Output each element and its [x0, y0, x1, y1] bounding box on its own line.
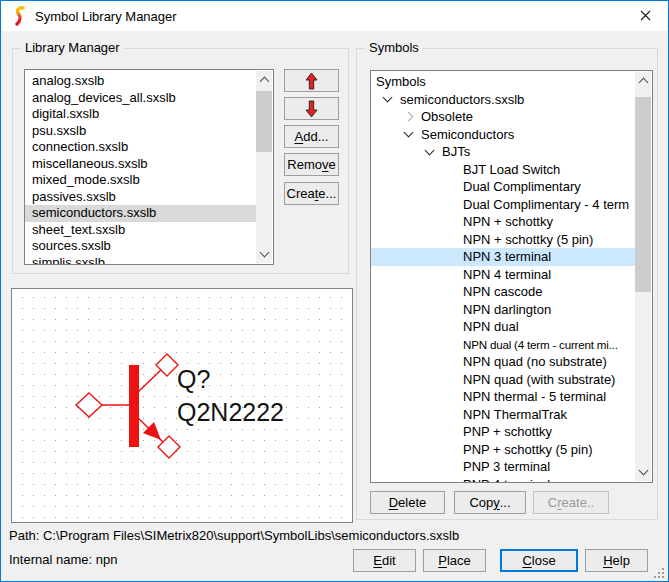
- up-arrow-icon: [305, 72, 318, 90]
- window-title: Symbol Library Manager: [35, 9, 177, 24]
- tree-item[interactable]: NPN 3 terminal: [371, 248, 635, 266]
- tree-item-label: NPN darlington: [463, 302, 551, 317]
- tree-item-label: BJTs: [442, 144, 470, 159]
- chevron-right-icon[interactable]: [400, 111, 421, 123]
- tree-item-label: NPN thermal - 5 terminal: [463, 389, 606, 404]
- library-list-item[interactable]: miscellaneous.sxslb: [25, 156, 256, 173]
- tree-item-label: Dual Complimentary - 4 term: [463, 197, 629, 212]
- internal-name-label: Internal name: npn: [9, 552, 117, 567]
- library-list-item[interactable]: digital.sxslb: [25, 106, 256, 123]
- library-list-item[interactable]: mixed_mode.sxslb: [25, 172, 256, 189]
- place-button[interactable]: Place: [423, 549, 486, 572]
- tree-item[interactable]: NPN quad (no substrate): [371, 353, 635, 371]
- tree-item-label: Obsolete: [421, 109, 473, 124]
- tree-item[interactable]: NPN + schottky: [371, 213, 635, 231]
- tree-item[interactable]: NPN quad (with substrate): [371, 371, 635, 389]
- tree-item-label: NPN dual: [463, 319, 519, 334]
- tree-item[interactable]: NPN cascode: [371, 283, 635, 301]
- symbols-scrollbar[interactable]: [635, 72, 651, 481]
- tree-item-label: semiconductors.sxslb: [400, 92, 524, 107]
- tree-item[interactable]: Semiconductors: [371, 126, 635, 144]
- move-up-button[interactable]: [284, 69, 339, 92]
- scroll-down-icon[interactable]: [256, 246, 272, 263]
- designator-label: Q?: [177, 365, 210, 393]
- create-symbol-button[interactable]: Create..: [533, 491, 609, 514]
- title-bar: Symbol Library Manager: [1, 1, 668, 31]
- create-library-button[interactable]: Create...: [284, 182, 339, 205]
- tree-item[interactable]: Dual Complimentary: [371, 178, 635, 196]
- tree-item[interactable]: NPN darlington: [371, 301, 635, 319]
- base-terminal-diamond: [76, 393, 102, 417]
- library-list-item[interactable]: sources.sxslb: [25, 238, 256, 255]
- scroll-down-icon[interactable]: [635, 464, 651, 481]
- tree-item[interactable]: NPN ThermalTrak: [371, 406, 635, 424]
- library-list-item[interactable]: simplis.sxslb: [25, 255, 256, 265]
- tree-item[interactable]: NPN 4 terminal: [371, 266, 635, 284]
- simetrix-logo-icon: [10, 6, 27, 26]
- close-window-button[interactable]: [623, 1, 668, 30]
- library-path-label: Path: C:\Program Files\SIMetrix820\suppo…: [9, 528, 459, 543]
- remove-library-button[interactable]: Remove: [284, 153, 339, 176]
- tree-item-label: NPN 3 terminal: [463, 249, 551, 264]
- tree-item[interactable]: PNP + schottky: [371, 423, 635, 441]
- chevron-down-icon[interactable]: [400, 128, 421, 140]
- library-listbox: analog.sxslbanalog_devices_all.sxslbdigi…: [24, 69, 274, 265]
- library-list-item[interactable]: connection.sxslb: [25, 139, 256, 156]
- tree-item-label: NPN cascode: [463, 284, 542, 299]
- library-scrollbar[interactable]: [256, 71, 272, 263]
- scrollbar-thumb[interactable]: [256, 91, 272, 152]
- tree-item-label: Symbols: [376, 74, 426, 89]
- tree-item-label: NPN + schottky: [463, 214, 553, 229]
- symbols-group: Symbols Symbolssemiconductors.sxslbObsol…: [356, 48, 658, 520]
- tree-item[interactable]: NPN thermal - 5 terminal: [371, 388, 635, 406]
- tree-item[interactable]: NPN dual (4 term - current mi...: [371, 336, 635, 354]
- tree-item-label: NPN 4 terminal: [463, 267, 551, 282]
- library-list-item[interactable]: psu.sxslb: [25, 123, 256, 140]
- edit-button[interactable]: Edit: [353, 549, 416, 572]
- tree-item-label: NPN quad (with substrate): [463, 372, 615, 387]
- tree-item[interactable]: NPN + schottky (5 pin): [371, 231, 635, 249]
- tree-item[interactable]: BJT Load Switch: [371, 161, 635, 179]
- tree-item-label: NPN + schottky (5 pin): [463, 232, 593, 247]
- scroll-up-icon[interactable]: [256, 71, 272, 88]
- tree-item-label: PNP 4 terminal: [463, 477, 550, 482]
- chevron-down-icon[interactable]: [379, 93, 400, 105]
- symbol-library-manager-dialog: Symbol Library Manager Library Manager a…: [0, 0, 669, 582]
- down-arrow-icon: [305, 100, 318, 118]
- library-manager-group: Library Manager analog.sxslbanalog_devic…: [12, 48, 349, 274]
- tree-item-label: NPN ThermalTrak: [463, 407, 567, 422]
- library-manager-group-label: Library Manager: [21, 41, 124, 55]
- tree-item-label: BJT Load Switch: [463, 162, 560, 177]
- tree-item[interactable]: BJTs: [371, 143, 635, 161]
- delete-symbol-button[interactable]: Delete: [370, 491, 445, 514]
- tree-item[interactable]: NPN dual: [371, 318, 635, 336]
- symbols-tree: Symbolssemiconductors.sxslbObsoleteSemic…: [371, 71, 635, 482]
- tree-item[interactable]: Obsolete: [371, 108, 635, 126]
- symbol-preview-pane: Q? Q2N2222: [11, 288, 353, 523]
- add-library-button[interactable]: Add...: [284, 125, 339, 148]
- tree-item[interactable]: semiconductors.sxslb: [371, 91, 635, 109]
- library-list-item[interactable]: analog.sxslb: [25, 73, 256, 90]
- tree-item-label: PNP 3 terminal: [463, 459, 550, 474]
- scrollbar-thumb[interactable]: [635, 97, 651, 292]
- tree-item[interactable]: PNP + schottky (5 pin): [371, 441, 635, 459]
- library-list-item[interactable]: passives.sxslb: [25, 189, 256, 206]
- tree-item[interactable]: PNP 4 terminal: [371, 476, 635, 483]
- move-down-button[interactable]: [284, 97, 339, 120]
- tree-item[interactable]: Symbols: [371, 73, 635, 91]
- resize-grip[interactable]: [652, 566, 664, 578]
- chevron-down-icon[interactable]: [421, 146, 442, 158]
- symbols-group-label: Symbols: [365, 41, 423, 55]
- close-button[interactable]: Close: [500, 549, 578, 572]
- npn-transistor-symbol: Q? Q2N2222: [12, 289, 352, 522]
- library-list-item[interactable]: sheet_text.sxslb: [25, 222, 256, 239]
- scroll-up-icon[interactable]: [635, 72, 651, 89]
- tree-item[interactable]: Dual Complimentary - 4 term: [371, 196, 635, 214]
- library-list-item[interactable]: semiconductors.sxslb: [25, 205, 256, 222]
- copy-symbol-button[interactable]: Copy...: [454, 491, 526, 514]
- symbols-treebox: Symbolssemiconductors.sxslbObsoleteSemic…: [370, 70, 653, 483]
- help-button[interactable]: Help: [585, 549, 648, 572]
- library-list-item[interactable]: analog_devices_all.sxslb: [25, 90, 256, 107]
- emitter-terminal-diamond: [158, 436, 180, 458]
- tree-item[interactable]: PNP 3 terminal: [371, 458, 635, 476]
